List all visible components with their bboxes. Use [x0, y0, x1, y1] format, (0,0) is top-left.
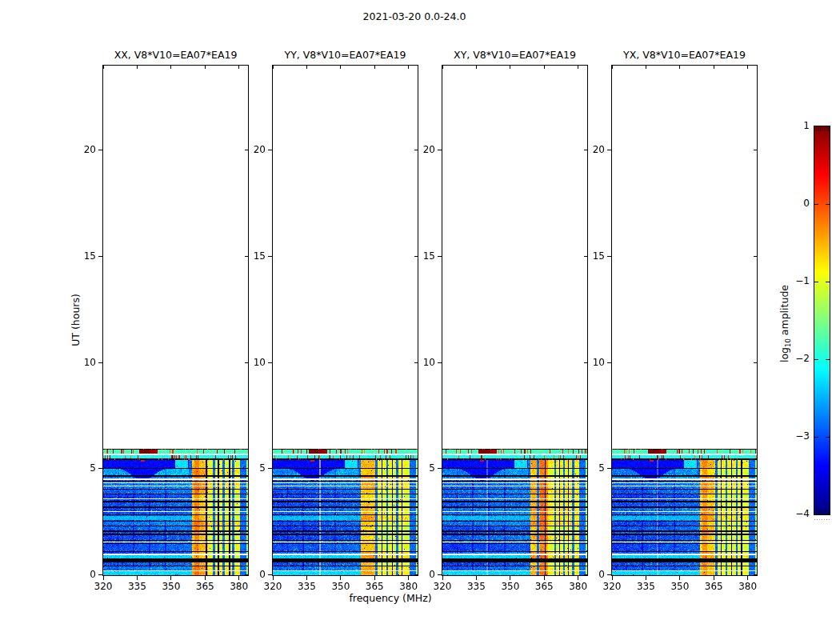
x-tick-top: [476, 66, 477, 69]
y-tick: [98, 150, 102, 150]
spectrogram-xy: [442, 449, 587, 575]
x-tick-label: 320: [426, 581, 458, 593]
y-tick: [438, 150, 442, 150]
y-tick-label: 10: [238, 357, 266, 369]
y-tick-label: 10: [578, 357, 605, 369]
x-tick: [544, 576, 545, 580]
x-tick-top: [238, 66, 239, 69]
y-tick-label: 0: [238, 569, 266, 581]
x-tick-top: [170, 66, 171, 69]
x-tick-label: 335: [121, 581, 153, 593]
y-tick-label: 10: [69, 357, 96, 369]
colorbar-gradient: [814, 126, 830, 514]
x-tick-label: 365: [189, 581, 221, 593]
y-tick-right: [754, 362, 757, 363]
y-tick: [268, 150, 272, 150]
spectrogram-yy: [273, 449, 418, 575]
x-tick-top: [103, 66, 104, 69]
y-tick-label: 15: [238, 250, 266, 262]
x-tick: [205, 576, 206, 580]
x-tick-top: [747, 66, 748, 69]
figure: 2021-03-20 0.0-24.0 XX, V8*V10=EA07*EA19…: [0, 0, 840, 640]
y-tick: [607, 468, 611, 469]
spectrogram-xx: [103, 449, 248, 575]
x-tick-top: [306, 66, 307, 69]
x-tick: [747, 576, 748, 580]
y-tick: [98, 362, 102, 363]
panel-title-xx: XX, V8*V10=EA07*EA19: [87, 49, 264, 61]
x-tick-top: [205, 66, 206, 69]
colorbar-tick-label: 0: [778, 198, 810, 210]
x-tick-label: 380: [393, 581, 425, 593]
y-tick-right: [754, 150, 757, 150]
y-tick: [98, 468, 102, 469]
x-tick-top: [273, 66, 274, 69]
x-tick: [273, 576, 274, 580]
y-tick: [438, 256, 442, 257]
y-tick-label: 5: [578, 462, 605, 474]
x-tick-top: [544, 66, 545, 69]
x-tick: [714, 576, 714, 580]
y-tick: [268, 256, 272, 257]
x-tick-top: [442, 66, 443, 69]
x-tick-top: [578, 66, 578, 69]
y-tick-label: 0: [69, 569, 96, 581]
y-tick: [268, 468, 272, 469]
panel-xy: [442, 65, 588, 576]
y-tick-right: [754, 256, 757, 257]
y-tick: [98, 256, 102, 257]
x-tick-label: 380: [562, 581, 594, 593]
x-tick-label: 365: [528, 581, 560, 593]
y-tick-label: 5: [408, 462, 435, 474]
x-tick: [170, 576, 171, 580]
y-tick: [607, 574, 611, 575]
y-tick: [268, 574, 272, 575]
x-tick-top: [612, 66, 613, 69]
x-tick: [646, 576, 646, 580]
y-tick: [438, 574, 442, 575]
x-tick-top: [137, 66, 138, 69]
x-tick-top: [714, 66, 714, 69]
y-tick-label: 5: [238, 462, 266, 474]
x-tick-top: [646, 66, 646, 69]
x-tick-top: [340, 66, 341, 69]
colorbar-tick-label: −4: [778, 508, 810, 520]
x-tick: [612, 576, 613, 580]
panel-yy: [272, 65, 418, 576]
x-tick-label: 350: [494, 581, 526, 593]
x-tick-label: 335: [290, 581, 322, 593]
figure-title: 2021-03-20 0.0-24.0: [0, 10, 829, 22]
spectrogram-yx: [612, 449, 757, 575]
x-tick-label: 350: [155, 581, 187, 593]
x-tick-top: [374, 66, 375, 69]
x-tick: [510, 576, 510, 580]
panel-title-yy: YY, V8*V10=EA07*EA19: [257, 49, 434, 61]
x-tick-label: 365: [358, 581, 390, 593]
x-tick: [679, 576, 680, 580]
x-tick-label: 320: [596, 581, 628, 593]
x-axis-label: frequency (MHz): [310, 592, 470, 604]
x-tick-label: 320: [87, 581, 119, 593]
x-tick-label: 365: [698, 581, 730, 593]
colorbar-tick-label: 1: [778, 120, 810, 132]
colorbar-tick-label: −1: [778, 275, 810, 287]
x-tick-top: [408, 66, 409, 69]
y-tick-label: 20: [408, 144, 435, 156]
x-tick: [306, 576, 307, 580]
x-tick-top: [679, 66, 680, 69]
y-tick: [268, 362, 272, 363]
y-tick-label: 0: [408, 569, 435, 581]
y-tick-label: 20: [238, 144, 266, 156]
colorbar-tick-label: −3: [778, 430, 810, 442]
colorbar-tick-label: −2: [778, 353, 810, 365]
x-tick: [137, 576, 138, 580]
y-tick: [438, 468, 442, 469]
panel-yx: [611, 65, 758, 576]
y-tick-label: 15: [578, 250, 605, 262]
y-tick: [438, 362, 442, 363]
x-tick: [476, 576, 477, 580]
panel-title-yx: YX, V8*V10=EA07*EA19: [596, 49, 773, 61]
x-tick: [374, 576, 375, 580]
colorbar: [814, 126, 830, 515]
y-tick: [607, 150, 611, 150]
